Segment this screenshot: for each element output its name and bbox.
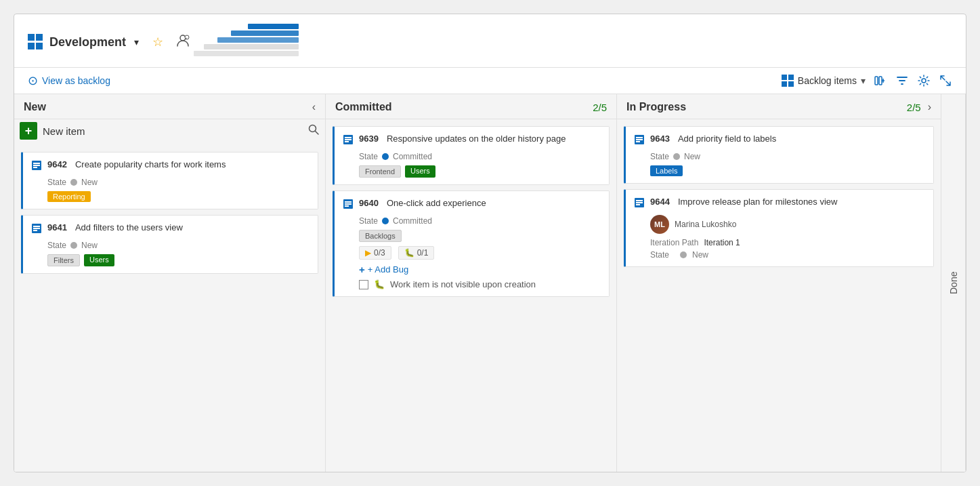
work-item-icon bbox=[343, 134, 354, 148]
card-9640[interactable]: 9640 One-click add experience State Comm… bbox=[333, 190, 610, 297]
card-9643-title-row: 9643 Add priority field to labels bbox=[634, 134, 925, 148]
work-item-icon bbox=[31, 223, 42, 237]
card-9639[interactable]: 9639 Responsive updates on the older his… bbox=[333, 126, 610, 185]
view-as-backlog-button[interactable]: ⊙ View as backlog bbox=[28, 73, 110, 88]
card-9642-state: State New bbox=[31, 178, 310, 187]
add-bug-label: + Add Bug bbox=[368, 264, 408, 275]
toolbar: ⊙ View as backlog Backlog items ▾ bbox=[14, 68, 966, 94]
tasks-badge[interactable]: ▶ 0/3 bbox=[359, 246, 391, 260]
card-9639-tags: Frontend Users bbox=[343, 165, 601, 178]
svg-rect-21 bbox=[345, 141, 349, 142]
backlog-items-button[interactable]: Backlog items ▾ bbox=[782, 75, 866, 87]
column-new-title: New bbox=[24, 101, 46, 113]
svg-rect-12 bbox=[33, 165, 40, 166]
checkbox-row: 🐛 Work item is not visible upon creation bbox=[343, 279, 601, 289]
card-9643-id: 9643 bbox=[650, 134, 670, 144]
assignee-name: Marina Lukoshko bbox=[675, 220, 736, 229]
bug-icon: 🐛 bbox=[404, 248, 414, 258]
card-9641-title: Add filters to the users view bbox=[75, 222, 183, 234]
state-value: New bbox=[692, 250, 708, 260]
grid-icon bbox=[28, 34, 44, 50]
columns-settings-button[interactable] bbox=[874, 74, 887, 87]
card-9641[interactable]: 9641 Add filters to the users view State… bbox=[21, 215, 318, 274]
tag-users[interactable]: Users bbox=[405, 165, 435, 178]
column-in-progress-next-button[interactable]: › bbox=[928, 101, 931, 113]
tag-users[interactable]: Users bbox=[84, 254, 114, 266]
card-9640-tags: Backlogs bbox=[343, 230, 601, 242]
search-button[interactable] bbox=[307, 123, 320, 138]
expand-button[interactable] bbox=[939, 74, 952, 87]
card-9643[interactable]: 9643 Add priority field to labels State … bbox=[624, 126, 934, 184]
card-9642-title-row: 9642 Create popularity charts for work i… bbox=[31, 159, 310, 174]
card-9642[interactable]: 9642 Create popularity charts for work i… bbox=[21, 152, 318, 209]
column-in-progress-header: In Progress 2/5 › bbox=[617, 94, 941, 119]
svg-rect-4 bbox=[879, 77, 882, 85]
filter-button[interactable] bbox=[895, 74, 909, 87]
column-done[interactable]: Done bbox=[941, 94, 966, 472]
column-in-progress-body: 9643 Add priority field to labels State … bbox=[617, 119, 941, 472]
card-9640-id: 9640 bbox=[359, 198, 379, 208]
backlog-items-label: Backlog items bbox=[798, 75, 857, 86]
state-dot-new bbox=[680, 251, 687, 258]
header: Development ▾ ☆ + bbox=[14, 14, 966, 68]
svg-rect-24 bbox=[345, 203, 351, 205]
in-progress-count: 2/5 bbox=[907, 102, 921, 113]
svg-rect-33 bbox=[636, 204, 640, 205]
svg-rect-3 bbox=[875, 77, 878, 85]
svg-rect-19 bbox=[345, 137, 351, 138]
settings-button[interactable] bbox=[917, 74, 931, 87]
card-9644-title: Improve release plan for milestones view bbox=[678, 197, 838, 208]
card-9640-title-row: 9640 One-click add experience bbox=[343, 198, 601, 212]
tag-reporting[interactable]: Reporting bbox=[47, 191, 91, 202]
state-dot-committed bbox=[382, 153, 389, 160]
column-new-collapse-button[interactable]: ‹ bbox=[312, 101, 316, 113]
column-committed-title: Committed bbox=[335, 101, 392, 113]
tag-filters[interactable]: Filters bbox=[47, 254, 80, 266]
tag-frontend[interactable]: Frontend bbox=[359, 165, 401, 178]
state-dot-new bbox=[70, 242, 77, 249]
avatar: ML bbox=[650, 215, 669, 234]
header-chevron-icon[interactable]: ▾ bbox=[134, 37, 139, 47]
column-in-progress-title: In Progress bbox=[626, 101, 686, 113]
card-9641-tags: Filters Users bbox=[31, 254, 310, 266]
card-9644[interactable]: 9644 Improve release plan for milestones… bbox=[624, 189, 934, 267]
tag-backlogs[interactable]: Backlogs bbox=[359, 230, 402, 242]
tag-labels[interactable]: Labels bbox=[650, 165, 683, 176]
board: New ‹ + New item bbox=[14, 94, 966, 472]
column-committed-body: 9639 Responsive updates on the older his… bbox=[326, 119, 616, 472]
bug-icon-sm: 🐛 bbox=[374, 279, 385, 289]
card-9642-title: Create popularity charts for work items bbox=[75, 159, 226, 171]
user-icon[interactable]: + bbox=[175, 33, 190, 52]
svg-rect-15 bbox=[33, 226, 40, 227]
card-9644-id: 9644 bbox=[650, 197, 670, 207]
card-9643-tags: Labels bbox=[634, 165, 925, 176]
card-9644-meta: Iteration Path Iteration 1 State New bbox=[634, 238, 925, 260]
bugs-count: 0/1 bbox=[417, 248, 429, 258]
svg-point-7 bbox=[922, 79, 926, 83]
svg-rect-20 bbox=[345, 139, 351, 140]
add-bug-button[interactable]: + + Add Bug bbox=[343, 264, 601, 275]
backlog-circle-icon: ⊙ bbox=[28, 73, 38, 88]
svg-line-9 bbox=[316, 131, 319, 135]
add-bug-plus-icon: + bbox=[359, 264, 365, 275]
svg-rect-13 bbox=[33, 167, 37, 168]
work-item-icon bbox=[634, 134, 645, 148]
bugs-badge[interactable]: 🐛 0/1 bbox=[398, 246, 435, 260]
card-9641-title-row: 9641 Add filters to the users view bbox=[31, 222, 310, 237]
new-item-bar: + New item bbox=[14, 119, 325, 145]
state-value: Committed bbox=[393, 152, 432, 161]
svg-rect-23 bbox=[345, 201, 351, 203]
state-dot-committed bbox=[382, 218, 389, 224]
column-committed: Committed 2/5 bbox=[326, 94, 617, 472]
card-9639-id: 9639 bbox=[359, 134, 379, 144]
card-9642-id: 9642 bbox=[47, 159, 67, 169]
committed-count: 2/5 bbox=[593, 102, 607, 113]
favorite-star-icon[interactable]: ☆ bbox=[152, 35, 163, 49]
svg-text:+: + bbox=[186, 36, 188, 40]
checkbox-input[interactable] bbox=[359, 280, 368, 289]
column-done-title: Done bbox=[948, 272, 959, 294]
page-title: Development bbox=[49, 35, 126, 49]
new-item-button[interactable]: + New item bbox=[20, 122, 85, 140]
svg-rect-25 bbox=[345, 205, 349, 207]
card-9643-state: State New bbox=[634, 152, 925, 161]
